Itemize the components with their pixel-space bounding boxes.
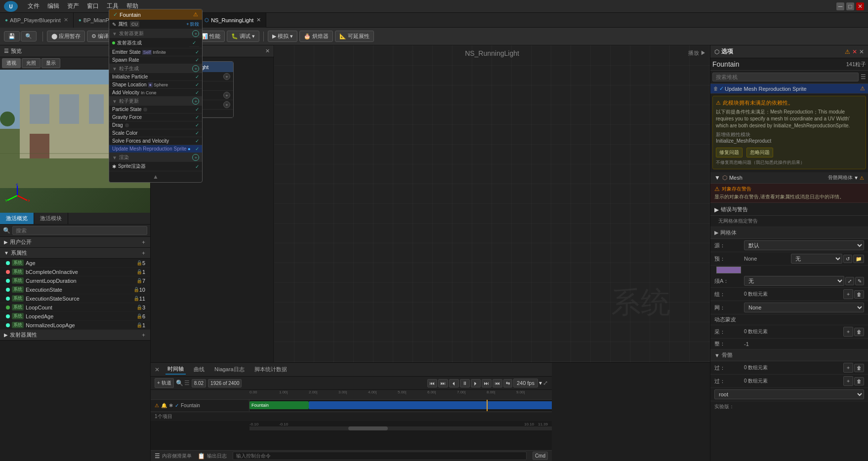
- stack-filter-icon[interactable]: ☰: [861, 74, 866, 80]
- particle-update-divider[interactable]: ▼ 粒子更新 ＋: [151, 97, 202, 106]
- bones-add1-btn[interactable]: ＋: [843, 363, 853, 373]
- playhead[interactable]: [487, 400, 488, 411]
- fps-display[interactable]: 240 fps: [513, 379, 538, 387]
- mesh-source-select[interactable]: 默认: [744, 240, 864, 250]
- mesh-mesh-select[interactable]: None: [744, 303, 864, 312]
- fountain-add-velocity[interactable]: Add Velocity In Cone ✓: [151, 89, 202, 97]
- debug-btn[interactable]: 🐛 调试 ▾: [227, 31, 259, 42]
- stack-mesh-checkbox[interactable]: ✓: [719, 85, 724, 92]
- save-btn[interactable]: 💾: [4, 31, 20, 41]
- add-user-public-btn[interactable]: ＋: [141, 238, 146, 246]
- bones-section-header[interactable]: ▼ 骨骼: [710, 349, 868, 361]
- mesh-uva-edit-icon[interactable]: ✎: [855, 277, 864, 285]
- add-emitter-btn[interactable]: ＋: [141, 331, 146, 339]
- playback-next-key[interactable]: ⏭: [482, 379, 492, 387]
- mesh-refresh-icon[interactable]: ↺: [843, 255, 852, 263]
- timeline-tab-curve[interactable]: 曲线: [192, 365, 207, 374]
- mesh-uva-expand-icon[interactable]: ⤢: [845, 277, 854, 285]
- add-track-btn[interactable]: + 轨道: [155, 378, 174, 388]
- timeline-scrollbar-thumb[interactable]: [348, 426, 388, 430]
- playback-step-back[interactable]: ⏴: [449, 379, 459, 387]
- menu-window[interactable]: 窗口: [83, 1, 103, 11]
- tab-close-abp[interactable]: ✕: [64, 17, 68, 23]
- mesh-uva-select[interactable]: 无: [744, 276, 844, 286]
- right-panel-close[interactable]: ✕: [859, 48, 864, 55]
- playback-to-start[interactable]: ⏮: [427, 379, 437, 387]
- stack-delete-icon[interactable]: 🗑: [713, 86, 718, 91]
- ns-sys-gen-add-btn[interactable]: ＋: [223, 92, 230, 99]
- mesh-group-del-btn[interactable]: 🗑: [854, 290, 864, 299]
- playback-pause[interactable]: ⏸: [460, 379, 470, 387]
- particle-update-add-btn[interactable]: ＋: [192, 98, 199, 105]
- ignore-problem-btn[interactable]: 忽略问题: [746, 148, 773, 157]
- scalability-btn[interactable]: 📐 可延展性: [335, 31, 374, 42]
- mesh-group-add-btn[interactable]: ＋: [843, 289, 853, 299]
- section-sys-props[interactable]: ▼ 系属性 ＋: [0, 248, 150, 259]
- playback-to-end[interactable]: ⏮: [493, 379, 502, 387]
- mesh-color-del-btn[interactable]: 🗑: [854, 328, 864, 336]
- timeline-tab-timeline[interactable]: 时间轴: [165, 364, 186, 375]
- fountain-particle-state[interactable]: Particle State ✓: [151, 106, 202, 114]
- tab-abp-player[interactable]: ● ABP_PlayerBlueprint ✕: [0, 13, 74, 28]
- playback-loop[interactable]: ⇆: [503, 379, 512, 387]
- graph-area[interactable]: NS_RunningLight 系统 播放 ▶: [274, 45, 710, 362]
- fountain-spawn-rate[interactable]: Spawn Rate ✓: [151, 56, 202, 64]
- stack-item-update-mesh[interactable]: 🗑 ✓ Update Mesh Reproduction Sprite ⚠: [710, 84, 868, 94]
- fountain-track-timeline[interactable]: Fountain: [249, 400, 552, 411]
- bake-btn[interactable]: 🎂 烘焙器: [299, 31, 333, 42]
- tab-active-module[interactable]: 激活模块: [34, 213, 68, 224]
- fountain-init-particle[interactable]: Initialize Particle ✓: [151, 73, 202, 81]
- system-overview-close[interactable]: ✕: [265, 48, 270, 54]
- mesh-color-add-btn[interactable]: ＋: [843, 327, 853, 337]
- maximize-button[interactable]: □: [846, 2, 854, 10]
- playback-prev-key[interactable]: ⏭: [438, 379, 448, 387]
- error-section-header[interactable]: ▶ 错误与警告: [710, 204, 868, 216]
- params-search-input[interactable]: [12, 226, 147, 235]
- timeline-tab-stats[interactable]: 脚本统计数据: [252, 365, 289, 374]
- fountain-shape-location[interactable]: Shape Location ● Sphere ✓: [151, 81, 202, 89]
- preview-menu-icon[interactable]: ☰: [4, 48, 9, 54]
- apply-staging-btn[interactable]: ⬤ 应用暂存: [47, 31, 85, 42]
- bones-del1-btn[interactable]: 🗑: [854, 364, 864, 372]
- bones-root-select[interactable]: root: [714, 389, 864, 399]
- browse-btn[interactable]: 🔍: [21, 31, 37, 41]
- fountain-gravity[interactable]: Gravity Force ✓: [151, 114, 202, 121]
- menu-edit[interactable]: 编辑: [43, 1, 63, 11]
- timeline-tab-log[interactable]: Niagara日志: [212, 365, 247, 374]
- stack-search-input[interactable]: [712, 73, 859, 81]
- menu-asset[interactable]: 资产: [63, 1, 83, 11]
- timeline-scrollbar[interactable]: [249, 426, 552, 430]
- fountain-scale-color[interactable]: Scale Color ✓: [151, 129, 202, 137]
- cmd-dropdown-btn[interactable]: Cmd: [533, 452, 548, 460]
- fountain-solve-forces[interactable]: Solve Forces and Velocity ✓: [151, 137, 202, 145]
- render-divider[interactable]: ▼ 渲染 ＋: [151, 153, 202, 162]
- fountain-drag[interactable]: Drag ✓: [151, 121, 202, 129]
- fountain-emitter-state[interactable]: Emitter State Self Infinite ✓: [151, 48, 202, 56]
- mesh-color-swatch[interactable]: [716, 267, 741, 273]
- mesh-section-header[interactable]: ▼ ⬡ Mesh 骨骼网格体 ▾ ⚠: [710, 172, 868, 184]
- mesh-folder-icon[interactable]: 📁: [853, 255, 864, 263]
- ns-attr-add-btn[interactable]: ＋: [223, 73, 230, 80]
- timeline-close-btn[interactable]: ✕: [155, 366, 160, 373]
- section-emitter-props[interactable]: ▶ 发射器属性 ＋: [0, 330, 150, 341]
- tab-active-overview[interactable]: 激活概览: [0, 213, 34, 224]
- cmd-input[interactable]: [233, 452, 527, 460]
- close-button[interactable]: ✕: [856, 2, 864, 10]
- timeline-fullscreen-btn[interactable]: ⤢: [543, 380, 548, 386]
- fountain-collapse-btn[interactable]: ▲: [151, 171, 202, 182]
- view-display-btn[interactable]: 显示: [41, 58, 60, 68]
- bones-del2-btn[interactable]: 🗑: [854, 377, 864, 385]
- fountain-update-mesh[interactable]: Update Mesh Reproduction Sprite ● ✓: [151, 145, 202, 153]
- fountain-sprite-renderer[interactable]: ✱ Sprite渲染器 ✓: [151, 162, 202, 171]
- mesh-grid-section[interactable]: ▶ 网格体: [710, 227, 868, 239]
- render-add-btn[interactable]: ＋: [192, 154, 199, 161]
- mesh-no-select[interactable]: 无: [791, 254, 843, 264]
- view-perspective-btn[interactable]: 透视: [2, 58, 21, 68]
- menu-file[interactable]: 文件: [24, 1, 43, 11]
- bones-add2-btn[interactable]: ＋: [843, 376, 853, 386]
- section-user-public[interactable]: ▶ 用户公开 ＋: [0, 237, 150, 248]
- view-lighting-btn[interactable]: 光照: [22, 58, 41, 68]
- simulate-btn[interactable]: ▶ 模拟 ▾: [268, 31, 297, 42]
- add-sys-props-btn[interactable]: ＋: [141, 249, 146, 257]
- minimize-button[interactable]: ─: [836, 2, 844, 10]
